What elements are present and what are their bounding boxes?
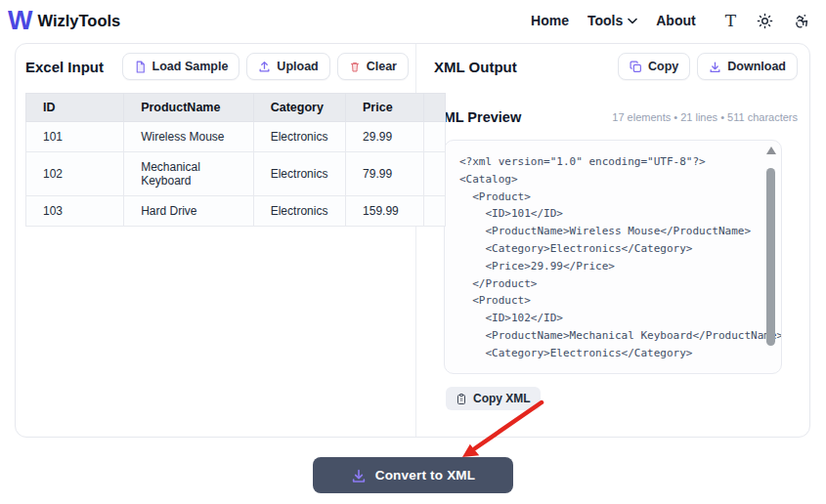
xml-panel-header: XML Output Copy Download [434, 53, 798, 80]
clear-button[interactable]: Clear [337, 53, 409, 80]
copy-icon [630, 61, 642, 73]
sun-icon [757, 13, 773, 29]
download-icon [709, 61, 721, 73]
cell-category: Electronics [253, 152, 345, 196]
nav-home[interactable]: Home [531, 13, 569, 28]
table-row: 103 Hard Drive Electronics 159.99 [26, 196, 446, 227]
cell-category: Electronics [253, 122, 345, 152]
convert-to-xml-button[interactable]: Convert to XML [313, 457, 513, 493]
brand-logo-icon: W [8, 7, 30, 34]
code-line: <ID>102</ID> [459, 310, 756, 327]
code-line: <Price>29.99</Price> [459, 258, 756, 275]
col-header-id: ID [26, 94, 124, 122]
header-icon-buttons: T [725, 11, 810, 30]
excel-panel-buttons: Load Sample Upload Clear [122, 53, 409, 80]
nav-about-label: About [656, 13, 695, 28]
cell-productname: Wireless Mouse [124, 122, 254, 152]
cell-price: 79.99 [346, 152, 424, 196]
cell-price: 159.99 [346, 196, 424, 227]
xml-preview-title: XML Preview [434, 109, 521, 125]
code-line: <ProductName>Wireless Mouse</ProductName… [459, 223, 756, 240]
code-line: </Product> [459, 275, 756, 293]
copy-xml-button[interactable]: Copy XML [446, 387, 541, 410]
col-header-productname: ProductName [124, 94, 254, 122]
code-line: <ProductName>Mechanical Keyboard</Produc… [459, 327, 756, 345]
cell-id: 103 [26, 196, 124, 227]
code-line: <Product> [459, 189, 756, 206]
load-sample-button[interactable]: Load Sample [122, 53, 240, 80]
code-line: <Catalog> [459, 171, 756, 189]
load-sample-label: Load Sample [152, 60, 229, 73]
code-line: <?xml version="1.0" encoding="UTF-8"?> [459, 153, 756, 171]
cell-extra [423, 152, 445, 196]
cell-id: 101 [26, 122, 124, 152]
code-line: <Category>Electronics</Category> [459, 345, 756, 362]
excel-data-table: ID ProductName Category Price 101 Wirele… [25, 93, 446, 227]
upload-label: Upload [277, 60, 318, 73]
cell-productname: Hard Drive [124, 196, 254, 227]
convert-download-icon [351, 468, 367, 483]
table-row: 101 Wireless Mouse Electronics 29.99 [26, 122, 446, 152]
app-header: W WizlyTools Home Tools About T [0, 0, 826, 41]
cell-category: Electronics [253, 196, 345, 227]
cell-id: 102 [26, 152, 124, 196]
upload-button[interactable]: Upload [246, 53, 329, 80]
download-label: Download [727, 60, 786, 73]
brand[interactable]: W WizlyTools [8, 8, 120, 34]
nav-tools[interactable]: Tools [587, 13, 637, 28]
document-icon [134, 61, 147, 73]
scrollbar-up-arrow-icon[interactable] [766, 147, 776, 154]
nav-tools-label: Tools [587, 13, 623, 28]
theme-toggle-button[interactable] [757, 13, 773, 29]
col-header-price: Price [346, 94, 424, 122]
scrollbar-thumb[interactable] [766, 168, 775, 346]
chevron-down-icon [628, 18, 637, 24]
code-line: <Category>Electronics</Category> [459, 240, 756, 258]
brand-name: WizlyTools [37, 12, 120, 30]
code-line: <ID>101</ID> [459, 205, 756, 223]
download-button[interactable]: Download [697, 53, 798, 80]
excel-panel-title: Excel Input [25, 59, 104, 75]
code-line: <Product> [459, 292, 756, 310]
nav-about[interactable]: About [656, 13, 695, 28]
copy-label: Copy [648, 60, 678, 73]
cell-price: 29.99 [346, 122, 424, 152]
xml-preview-stats: 17 elements • 21 lines • 511 characters [612, 111, 798, 125]
trash-icon [349, 61, 361, 73]
nav-home-label: Home [531, 13, 569, 28]
clear-label: Clear [367, 60, 397, 73]
clipboard-icon [456, 393, 467, 405]
text-size-icon: T [725, 11, 736, 30]
text-size-button[interactable]: T [725, 11, 736, 30]
copy-xml-label: Copy XML [473, 392, 531, 405]
accessibility-button[interactable] [794, 13, 810, 29]
xml-panel-title: XML Output [434, 59, 517, 75]
xml-preview-header: XML Preview 17 elements • 21 lines • 511… [434, 100, 798, 125]
upload-icon [258, 61, 271, 73]
xml-panel-buttons: Copy Download [618, 53, 798, 80]
copy-button[interactable]: Copy [618, 53, 690, 80]
convert-label: Convert to XML [375, 468, 476, 483]
cell-productname: Mechanical Keyboard [124, 152, 254, 196]
cell-extra [423, 196, 445, 227]
main-nav: Home Tools About T [512, 11, 810, 30]
col-header-extra [423, 94, 445, 122]
table-row: 102 Mechanical Keyboard Electronics 79.9… [26, 152, 446, 196]
xml-code-viewer[interactable]: <?xml version="1.0" encoding="UTF-8"?> <… [444, 140, 782, 374]
code-scrollbar[interactable] [765, 147, 776, 367]
col-header-category: Category [253, 94, 345, 122]
converter-card: Excel Input Load Sample Upload Clear [15, 43, 810, 438]
accessibility-icon [794, 13, 810, 29]
excel-panel-header: Excel Input Load Sample Upload Clear [25, 53, 409, 80]
cell-extra [423, 122, 445, 152]
table-header-row: ID ProductName Category Price [26, 94, 446, 122]
